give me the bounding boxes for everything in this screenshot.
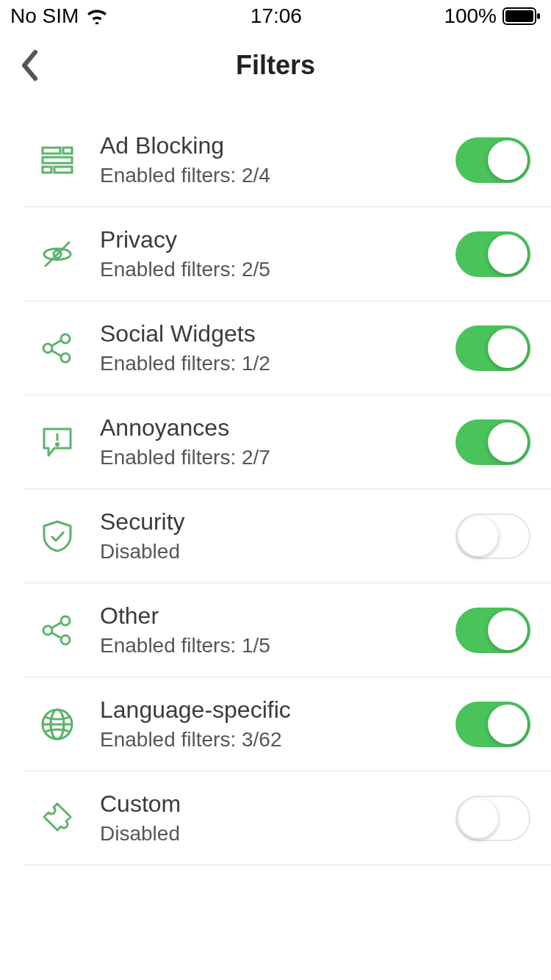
svg-line-20 <box>51 622 62 628</box>
share-icon <box>35 608 79 652</box>
puzzle-icon <box>35 796 79 840</box>
toggle-privacy[interactable] <box>455 231 530 277</box>
row-title: Privacy <box>100 226 455 253</box>
clock-text: 17:06 <box>251 4 302 28</box>
row-title: Social Widgets <box>100 320 455 347</box>
row-privacy[interactable]: Privacy Enabled filters: 2/5 <box>24 207 551 301</box>
svg-rect-3 <box>43 148 60 154</box>
chevron-left-icon <box>20 49 39 82</box>
svg-line-14 <box>51 350 62 356</box>
row-title: Language-specific <box>100 696 455 724</box>
status-bar: No SIM 17:06 100% <box>0 0 551 32</box>
svg-rect-2 <box>537 13 540 19</box>
svg-point-12 <box>61 353 70 362</box>
row-subtitle: Disabled <box>100 540 455 563</box>
toggle-custom[interactable] <box>455 796 530 841</box>
svg-point-18 <box>61 616 70 625</box>
row-title: Annoyances <box>100 414 455 442</box>
battery-icon <box>503 7 541 25</box>
nav-bar: Filters <box>0 32 551 98</box>
page-title: Filters <box>236 50 315 81</box>
svg-rect-5 <box>43 157 72 163</box>
toggle-social-widgets[interactable] <box>455 325 530 371</box>
row-subtitle: Enabled filters: 3/62 <box>100 728 455 752</box>
svg-rect-4 <box>63 148 72 154</box>
row-subtitle: Enabled filters: 2/7 <box>100 446 455 469</box>
row-subtitle: Enabled filters: 1/2 <box>100 352 455 375</box>
filter-list: Ad Blocking Enabled filters: 2/4 Privacy… <box>0 113 551 865</box>
row-subtitle: Disabled <box>100 822 455 846</box>
svg-line-13 <box>51 340 62 346</box>
svg-line-21 <box>51 633 62 638</box>
battery-text: 100% <box>444 4 497 28</box>
row-language-specific[interactable]: Language-specific Enabled filters: 3/62 <box>24 677 551 771</box>
row-subtitle: Enabled filters: 2/4 <box>100 164 455 187</box>
row-security[interactable]: Security Disabled <box>24 489 551 583</box>
row-title: Security <box>100 508 455 536</box>
svg-line-9 <box>46 242 69 266</box>
annoyances-icon <box>35 420 79 464</box>
row-custom[interactable]: Custom Disabled <box>24 771 551 865</box>
share-icon <box>35 326 79 370</box>
wifi-icon <box>86 8 108 24</box>
svg-rect-7 <box>54 167 72 173</box>
row-subtitle: Enabled filters: 2/5 <box>100 258 455 281</box>
row-ad-blocking[interactable]: Ad Blocking Enabled filters: 2/4 <box>24 113 551 207</box>
row-social-widgets[interactable]: Social Widgets Enabled filters: 1/2 <box>24 301 551 395</box>
svg-point-19 <box>61 635 70 644</box>
privacy-icon <box>35 232 79 276</box>
toggle-ad-blocking[interactable] <box>455 137 530 183</box>
svg-point-16 <box>57 443 59 445</box>
back-button[interactable] <box>13 49 46 82</box>
row-title: Ad Blocking <box>100 132 455 159</box>
toggle-security[interactable] <box>455 514 530 559</box>
shield-icon <box>35 514 79 558</box>
svg-point-10 <box>43 344 52 353</box>
ad-blocking-icon <box>35 138 79 182</box>
row-title: Custom <box>100 790 455 818</box>
row-title: Other <box>100 602 455 630</box>
toggle-other[interactable] <box>455 608 530 653</box>
row-annoyances[interactable]: Annoyances Enabled filters: 2/7 <box>24 395 551 489</box>
row-subtitle: Enabled filters: 1/5 <box>100 634 455 657</box>
row-other[interactable]: Other Enabled filters: 1/5 <box>24 583 551 677</box>
toggle-language-specific[interactable] <box>455 702 530 747</box>
toggle-annoyances[interactable] <box>455 419 530 465</box>
svg-rect-1 <box>505 10 533 22</box>
svg-point-11 <box>61 334 70 343</box>
globe-icon <box>35 702 79 746</box>
svg-rect-6 <box>43 167 51 173</box>
carrier-text: No SIM <box>10 4 79 28</box>
svg-point-17 <box>43 626 52 635</box>
